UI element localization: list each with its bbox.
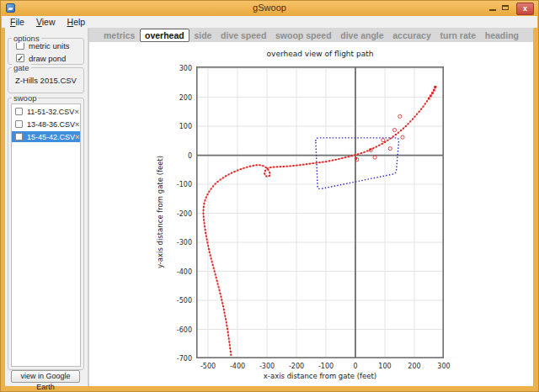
main-panel: metricsoverheadsidedive speedswoop speed… — [88, 28, 533, 386]
y-tick-label: 300 — [160, 65, 192, 72]
gate-file-label: Z-Hills 2015.CSV — [8, 76, 83, 85]
x-tick-label: -500 — [194, 363, 222, 370]
title-bar[interactable]: gSwoop x — [1, 1, 538, 16]
y-tick-label: 0 — [160, 152, 192, 160]
menu-item-view[interactable]: View — [30, 17, 61, 27]
chart-title: overhead view of flight path — [196, 50, 444, 58]
x-tick-label: -400 — [223, 363, 252, 370]
app-window: gSwoop x FileViewHelp options metric uni… — [0, 0, 539, 392]
checkbox-label: draw pond — [29, 54, 66, 63]
gate-groupbox: gate Z-Hills 2015.CSV — [8, 67, 84, 93]
y-tick-label: 200 — [160, 94, 192, 102]
remove-file-icon[interactable]: × — [75, 120, 79, 129]
tab-swoop-speed[interactable]: swoop speed — [271, 29, 336, 41]
option-row-draw-pond: ✓draw pond — [16, 52, 83, 64]
swoop-item-filename: 15-45-42.CSV — [27, 133, 75, 141]
x-axis-title: x-axis distance from gate (feet) — [196, 372, 444, 380]
swoop-item-checkbox[interactable] — [15, 120, 23, 128]
window-title: gSwoop — [1, 3, 538, 13]
x-tick-label: -100 — [312, 363, 340, 370]
tab-dive-angle[interactable]: dive angle — [336, 29, 387, 41]
x-tick-label: 0 — [341, 363, 370, 370]
gate-group-label: gate — [12, 63, 31, 72]
y-tick-label: -300 — [160, 239, 192, 246]
chart-area: overhead view of flight path x-axis dist… — [89, 42, 533, 386]
plot-svg — [196, 66, 444, 358]
x-tick-label: 100 — [371, 363, 399, 370]
tab-metrics[interactable]: metrics — [99, 29, 139, 41]
remove-file-icon[interactable]: × — [75, 133, 79, 141]
x-tick-label: 300 — [430, 363, 458, 370]
swoop-file-list[interactable]: 11-51-32.CSV×13-48-36.CSV×15-45-42.CSV× — [11, 103, 81, 367]
swoop-item-filename: 11-51-32.CSV — [27, 108, 74, 116]
menu-item-file[interactable]: File — [4, 17, 30, 27]
options-checkboxes: metric units✓draw pond — [8, 40, 83, 64]
gate-marker — [355, 157, 357, 160]
tab-dive-speed[interactable]: dive speed — [216, 29, 270, 41]
swoop-groupbox: swoop 11-51-32.CSV×13-48-36.CSV×15-45-42… — [8, 98, 84, 370]
tab-strip: metricsoverheadsidedive speedswoop speed… — [89, 28, 533, 42]
y-tick-label: -600 — [160, 326, 192, 334]
minimize-button-icon[interactable] — [487, 3, 499, 14]
menu-item-help[interactable]: Help — [61, 17, 92, 27]
x-tick-label: -300 — [253, 363, 281, 370]
view-in-google-earth-button[interactable]: view in Google Earth — [11, 370, 80, 383]
swoop-list-item[interactable]: 15-45-42.CSV× — [12, 131, 80, 142]
gridlines — [196, 66, 444, 358]
maximize-button-icon[interactable] — [499, 3, 512, 14]
y-tick-label: -400 — [160, 268, 192, 276]
swoop-item-checkbox[interactable] — [15, 133, 23, 140]
window-controls: x — [487, 2, 534, 15]
options-groupbox: options metric units✓draw pond — [8, 38, 84, 65]
tab-side[interactable]: side — [189, 29, 216, 41]
y-tick-label: -100 — [160, 181, 192, 188]
y-tick-label: -500 — [160, 297, 192, 305]
x-tick-label: -200 — [282, 363, 311, 370]
tab-overhead[interactable]: overhead — [140, 29, 189, 42]
swoop-item-checkbox[interactable] — [15, 108, 23, 115]
swoop-list-item[interactable]: 13-48-36.CSV× — [12, 119, 80, 130]
options-group-label: options — [12, 34, 41, 43]
plot-border — [197, 67, 443, 358]
origin-crosshair — [196, 66, 444, 358]
sidebar: options metric units✓draw pond gate Z-Hi… — [5, 28, 88, 386]
close-button-icon[interactable]: x — [516, 3, 534, 15]
x-tick-label: 200 — [400, 363, 429, 370]
swoop-group-label: swoop — [12, 93, 38, 103]
y-tick-label: -200 — [160, 210, 192, 218]
tab-turn-rate[interactable]: turn rate — [435, 29, 480, 41]
y-tick-label: -700 — [160, 355, 192, 363]
swoop-item-filename: 13-48-36.CSV — [27, 120, 75, 129]
tab-accuracy[interactable]: accuracy — [388, 29, 435, 41]
remove-file-icon[interactable]: × — [74, 108, 78, 116]
swoop-list-item[interactable]: 11-51-32.CSV× — [12, 106, 80, 117]
checkbox-draw-pond[interactable]: ✓ — [16, 54, 24, 62]
pond-outline — [316, 138, 399, 189]
menu-bar: FileViewHelp — [2, 16, 537, 28]
tab-heading[interactable]: heading — [481, 29, 523, 41]
y-tick-label: 100 — [160, 123, 192, 130]
